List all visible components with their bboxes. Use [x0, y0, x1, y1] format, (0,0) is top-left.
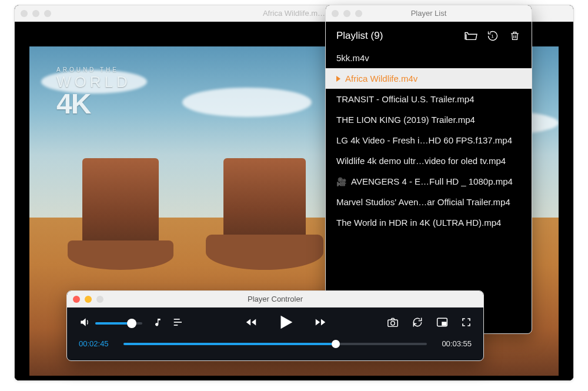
playlist-window: Player List Playlist (9) 1 5kk.m4vAfrica… — [325, 5, 532, 334]
current-time: 00:02:45 — [79, 339, 115, 348]
playlist-item-label: THE LION KING (2019) Trailer.mp4 — [336, 115, 475, 125]
volume-control[interactable] — [79, 316, 142, 330]
snapshot-icon[interactable] — [387, 317, 399, 330]
progress-slider[interactable] — [123, 343, 427, 345]
playlist-titlebar[interactable]: Player List — [326, 5, 532, 22]
playlist-count-label: Playlist (9) — [336, 30, 383, 42]
zoom-dot[interactable] — [96, 296, 103, 303]
watermark-line3: 4K — [56, 91, 131, 116]
play-button[interactable] — [276, 312, 296, 335]
speaker-icon[interactable] — [79, 316, 91, 330]
playlist-items: 5kk.m4vAfrica Wildlife.m4vTRANSIT - Offi… — [326, 48, 532, 233]
playlist-item[interactable]: Africa Wildlife.m4v — [326, 68, 532, 89]
progress-thumb[interactable] — [332, 340, 340, 348]
playlist-item-label: LG 4k Video - Fresh i…HD 60 FPS.f137.mp4 — [336, 135, 512, 145]
left-controls — [79, 316, 185, 330]
watermark-line1: AROUND THE — [56, 66, 131, 73]
trash-icon[interactable] — [509, 30, 521, 42]
music-note-icon[interactable] — [153, 317, 162, 330]
center-controls — [243, 312, 329, 335]
playlist-item[interactable]: The World in HDR in 4K (ULTRA HD).mp4 — [326, 212, 532, 233]
progress-row: 00:02:45 00:03:55 — [79, 339, 472, 348]
zoom-dot[interactable] — [355, 10, 362, 17]
rotate-icon[interactable] — [412, 316, 423, 330]
controls-row — [79, 312, 472, 335]
playlist-item-label: Marvel Studios' Aven…ar Official Trailer… — [336, 197, 510, 207]
total-duration: 00:03:55 — [435, 339, 472, 348]
controller-titlebar[interactable]: Player Controler — [67, 291, 483, 308]
traffic-lights — [73, 296, 103, 303]
playlist-item[interactable]: TRANSIT - Official U.S. Trailer.mp4 — [326, 89, 532, 109]
minimize-dot[interactable] — [85, 296, 92, 303]
close-dot[interactable] — [73, 296, 80, 303]
volume-slider[interactable] — [95, 322, 142, 325]
controller-window-title: Player Controler — [67, 295, 483, 303]
traffic-lights — [332, 10, 362, 17]
loop-icon[interactable]: 1 — [487, 30, 499, 42]
volume-thumb[interactable] — [127, 319, 136, 328]
now-playing-indicator-icon — [336, 76, 340, 82]
playlist-toggle-icon[interactable] — [173, 318, 185, 329]
playlist-header: Playlist (9) 1 — [326, 22, 532, 48]
svg-text:1: 1 — [492, 34, 494, 39]
video-watermark: AROUND THE WORLD 4K — [56, 66, 131, 116]
playlist-item[interactable]: THE LION KING (2019) Trailer.mp4 — [326, 109, 532, 130]
minimize-dot[interactable] — [32, 10, 39, 17]
player-controller-window: Player Controler — [66, 290, 484, 361]
svg-rect-7 — [442, 322, 446, 325]
close-dot[interactable] — [332, 10, 339, 17]
playlist-item-label: The World in HDR in 4K (ULTRA HD).mp4 — [336, 218, 501, 228]
playlist-item[interactable]: 5kk.m4v — [326, 48, 532, 68]
playlist-item-label: 5kk.m4v — [336, 53, 369, 63]
fast-forward-icon[interactable] — [312, 316, 329, 331]
playlist-item-label: Africa Wildlife.m4v — [345, 73, 417, 83]
rock-formation — [82, 158, 159, 252]
open-folder-icon[interactable] — [465, 30, 476, 42]
playlist-item[interactable]: Marvel Studios' Aven…ar Official Trailer… — [326, 192, 532, 212]
right-controls — [387, 316, 472, 330]
rock-formation — [223, 158, 306, 246]
rewind-icon[interactable] — [243, 316, 259, 331]
playlist-item-label: Wildlife 4k demo ultr…video for oled tv.… — [336, 156, 506, 166]
playlist-item[interactable]: 🎥AVENGERS 4 - E…Full HD _ 1080p.mp4 — [326, 171, 532, 192]
fullscreen-icon[interactable] — [461, 317, 472, 330]
zoom-dot[interactable] — [44, 10, 51, 17]
traffic-lights — [21, 10, 51, 17]
picture-in-picture-icon[interactable] — [436, 317, 448, 330]
playlist-item[interactable]: Wildlife 4k demo ultr…video for oled tv.… — [326, 151, 532, 171]
playlist-tools: 1 — [465, 30, 521, 42]
close-dot[interactable] — [21, 10, 28, 17]
playlist-item[interactable]: LG 4k Video - Fresh i…HD 60 FPS.f137.mp4 — [326, 130, 532, 151]
minimize-dot[interactable] — [343, 10, 350, 17]
svg-point-5 — [391, 321, 395, 325]
camera-icon: 🎥 — [336, 177, 346, 186]
playlist-item-label: TRANSIT - Official U.S. Trailer.mp4 — [336, 94, 475, 104]
playlist-item-label: AVENGERS 4 - E…Full HD _ 1080p.mp4 — [351, 176, 513, 186]
